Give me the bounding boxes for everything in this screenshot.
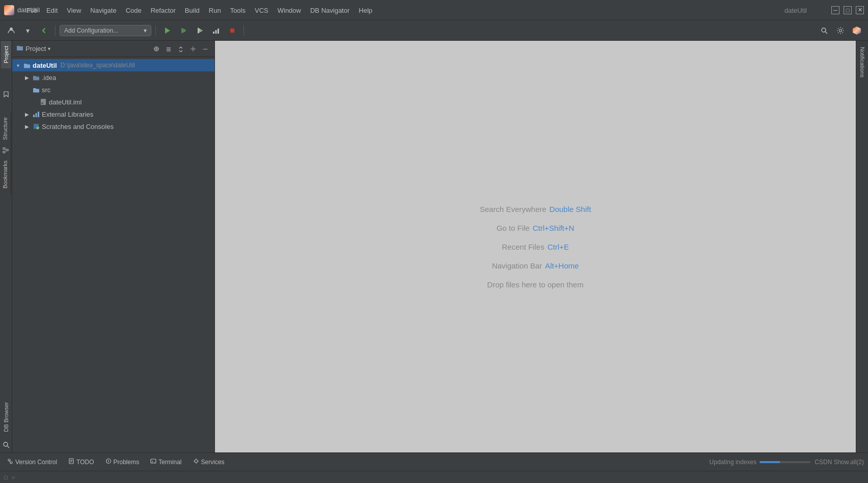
- jetbrains-button[interactable]: [850, 23, 864, 38]
- menu-refactor[interactable]: Refactor: [147, 5, 180, 16]
- coverage-button[interactable]: [193, 23, 207, 38]
- svg-line-14: [7, 446, 9, 448]
- stop-button[interactable]: [225, 23, 239, 38]
- account-dropdown[interactable]: ▾: [20, 23, 35, 38]
- tree-src-item[interactable]: ▶ src: [12, 84, 214, 96]
- hint-drop-text: Drop files here to open them: [487, 280, 583, 289]
- menu-bar: File Edit View Navigate Code Refactor Bu…: [20, 0, 807, 20]
- menu-help[interactable]: Help: [355, 5, 376, 16]
- menu-navigate[interactable]: Navigate: [86, 5, 120, 16]
- menu-code[interactable]: Code: [122, 5, 146, 16]
- panel-title: Project ▾: [16, 44, 148, 53]
- expand-all-button[interactable]: [176, 44, 186, 54]
- svg-point-33: [10, 462, 12, 464]
- menu-view[interactable]: View: [63, 5, 85, 16]
- svg-point-9: [822, 28, 826, 32]
- minimize-button[interactable]: ─: [831, 6, 839, 14]
- extlib-chevron: ▶: [23, 111, 31, 118]
- panel-dropdown-arrow[interactable]: ▾: [48, 46, 50, 51]
- settings-button[interactable]: [833, 23, 848, 38]
- extlib-label: External Libraries: [42, 111, 93, 118]
- terminal-icon: [150, 458, 156, 466]
- status-circle-icon[interactable]: ○: [12, 474, 15, 480]
- root-path: D:\java\idea_space\dateUtil: [61, 62, 135, 69]
- tree-settings-button[interactable]: [188, 44, 198, 54]
- tree-idea-item[interactable]: ▶ .idea: [12, 71, 214, 84]
- left-vertical-tabs: Project DB Browser: [0, 41, 12, 452]
- hint-search-everywhere: Search Everywhere Double Shift: [480, 205, 591, 213]
- menu-run[interactable]: Run: [205, 5, 225, 16]
- iml-label: dateUtil.iml: [49, 98, 82, 106]
- debug-button[interactable]: [176, 23, 191, 38]
- bookmark-icon[interactable]: [2, 90, 11, 99]
- bottom-tab-services[interactable]: Services: [188, 455, 230, 469]
- find-icon-container: [3, 437, 10, 452]
- svg-marker-12: [853, 26, 861, 35]
- account-button[interactable]: [4, 23, 18, 38]
- tree-root-item[interactable]: ▾ dateUtil D:\java\idea_space\dateUtil: [12, 59, 214, 71]
- menu-tools[interactable]: Tools: [226, 5, 250, 16]
- add-configuration-dropdown[interactable]: Add Configuration... ▾: [60, 25, 151, 36]
- progress-fill: [760, 461, 780, 463]
- tab-project[interactable]: Project: [1, 41, 11, 68]
- locate-in-tree-button[interactable]: [151, 44, 161, 54]
- right-notifications-panel: Notifications: [856, 41, 868, 452]
- back-button[interactable]: [37, 23, 51, 38]
- toolbar: ▾ Add Configuration... ▾: [0, 20, 868, 41]
- panel-minimize-button[interactable]: ─: [200, 44, 210, 54]
- collapse-all-button[interactable]: [164, 44, 174, 54]
- bottom-tab-version-control[interactable]: Version Control: [2, 455, 62, 469]
- menu-db-navigator[interactable]: DB Navigator: [306, 5, 354, 16]
- hint-goto-file: Go to File Ctrl+Shift+N: [497, 224, 575, 232]
- todo-icon: [68, 458, 74, 466]
- folder-icon: [16, 44, 23, 53]
- bottom-tab-todo[interactable]: TODO: [63, 455, 99, 469]
- file-tree: ▾ dateUtil D:\java\idea_space\dateUtil ▶…: [12, 57, 214, 452]
- bottom-tab-problems[interactable]: Problems: [100, 455, 145, 469]
- notifications-tab[interactable]: Notifications: [858, 43, 866, 82]
- hint-recent-files: Recent Files Ctrl+E: [502, 243, 568, 251]
- progress-bar: [760, 461, 810, 463]
- tab-db-browser[interactable]: DB Browser: [1, 397, 11, 437]
- tree-iml-item[interactable]: ▶ dateUtil.iml: [12, 96, 214, 108]
- find-icon[interactable]: [3, 441, 10, 448]
- menu-window[interactable]: Window: [274, 5, 305, 16]
- svg-rect-6: [215, 30, 217, 34]
- title-center-text: dateUtil: [784, 7, 807, 14]
- search-everywhere-button[interactable]: [817, 23, 831, 38]
- svg-point-28: [36, 126, 39, 129]
- menu-edit[interactable]: Edit: [42, 5, 62, 16]
- services-icon: [193, 458, 199, 466]
- build-button[interactable]: [209, 23, 223, 38]
- menu-build[interactable]: Build: [181, 5, 204, 16]
- hint-nav-bar: Navigation Bar Alt+Home: [492, 261, 579, 270]
- toolbar-separator-3: [243, 25, 244, 36]
- src-label: src: [42, 86, 50, 94]
- close-button[interactable]: ✕: [856, 6, 864, 14]
- run-button[interactable]: [160, 23, 174, 38]
- hint-recent-text: Recent Files: [502, 243, 544, 251]
- svg-point-13: [4, 442, 8, 446]
- svg-rect-42: [151, 459, 156, 463]
- tree-extlib-item[interactable]: ▶ External Libraries: [12, 108, 214, 120]
- tab-bookmarks[interactable]: Bookmarks: [0, 155, 10, 194]
- tab-structure[interactable]: Structure: [0, 112, 10, 145]
- bottom-tab-terminal[interactable]: Terminal: [145, 455, 186, 469]
- menu-file[interactable]: File: [22, 5, 41, 16]
- hint-gotofile-text: Go to File: [497, 224, 530, 232]
- svg-rect-29: [3, 148, 5, 149]
- hint-recent-shortcut: Ctrl+E: [548, 243, 569, 251]
- extlib-icon: [32, 110, 40, 118]
- tree-scratches-item[interactable]: ▶ Scratches and Consoles: [12, 120, 214, 132]
- status-square-icon[interactable]: □: [4, 474, 8, 480]
- hint-search-shortcut: Double Shift: [550, 205, 591, 213]
- panel-title-text: Project: [25, 45, 46, 52]
- svg-rect-25: [36, 113, 37, 117]
- menu-vcs[interactable]: VCS: [251, 5, 273, 16]
- structure-bookmarks-panel: Structure Bookmarks: [0, 112, 11, 194]
- status-right-text: CSDN Show.all(2): [815, 459, 864, 466]
- maximize-button[interactable]: □: [844, 6, 852, 14]
- svg-rect-8: [230, 29, 234, 33]
- svg-point-21: [192, 48, 194, 50]
- update-progress: Updating indexes: [710, 459, 811, 466]
